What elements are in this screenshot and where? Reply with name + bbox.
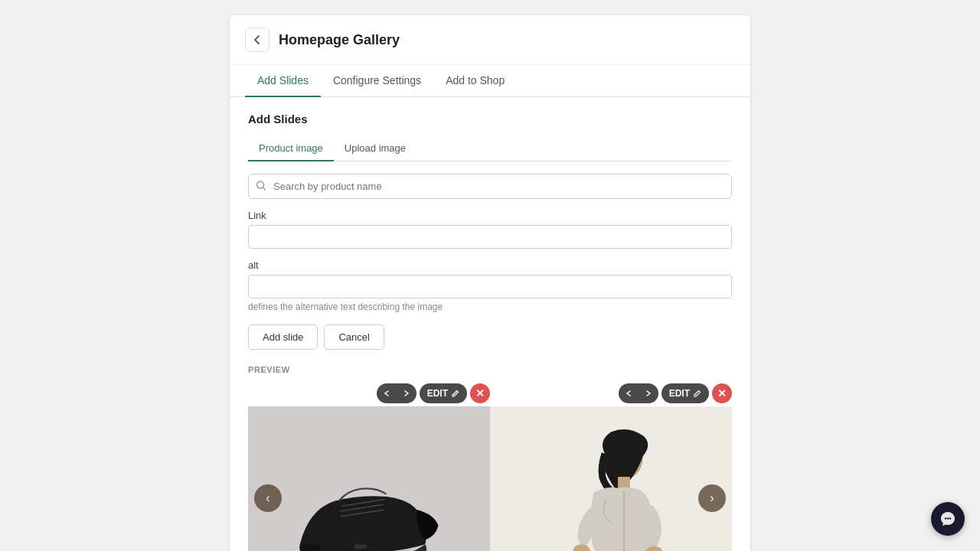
slide-2-nav-group bbox=[619, 383, 658, 403]
search-input[interactable] bbox=[248, 174, 732, 199]
slide-1-edit-button[interactable]: EDIT bbox=[420, 383, 467, 403]
preview-label: PREVIEW bbox=[248, 365, 732, 374]
section-title: Add Slides bbox=[248, 112, 732, 126]
tab-upload-image[interactable]: Upload image bbox=[334, 136, 416, 161]
slide-1-image: diim bbox=[248, 406, 490, 551]
svg-text:diim: diim bbox=[354, 543, 367, 550]
form-buttons: Add slide Cancel bbox=[248, 324, 732, 350]
slide-2-image bbox=[490, 406, 732, 551]
slide-1-controls: EDIT ✕ bbox=[248, 383, 490, 403]
right-arrow-icon: › bbox=[710, 491, 714, 505]
edit-label-2: EDIT bbox=[669, 388, 690, 399]
back-button[interactable] bbox=[245, 28, 270, 52]
alt-input[interactable] bbox=[248, 275, 732, 298]
delete-icon-2: ✕ bbox=[717, 387, 727, 399]
alt-label: alt bbox=[248, 259, 732, 271]
delete-icon: ✕ bbox=[475, 387, 485, 399]
slide-1-prev-button[interactable] bbox=[377, 383, 397, 403]
alt-help-text: defines the alternative text describing … bbox=[248, 302, 732, 312]
edit-label: EDIT bbox=[427, 388, 448, 399]
add-slide-button[interactable]: Add slide bbox=[248, 324, 318, 350]
tab-add-slides[interactable]: Add Slides bbox=[245, 65, 321, 97]
svg-point-7 bbox=[945, 517, 946, 519]
inner-tab-bar: Product image Upload image bbox=[248, 136, 732, 161]
search-icon bbox=[256, 180, 266, 193]
slide-2-next-button[interactable] bbox=[639, 383, 658, 403]
slide-2: EDIT ✕ bbox=[490, 383, 732, 551]
svg-point-8 bbox=[947, 517, 949, 519]
slide-1-nav-group bbox=[377, 383, 416, 403]
top-tab-bar: Add Slides Configure Settings Add to Sho… bbox=[230, 65, 750, 97]
slide-2-controls: EDIT ✕ bbox=[490, 383, 732, 403]
slide-1-next-button[interactable] bbox=[397, 383, 416, 403]
carousel-left-arrow[interactable]: ‹ bbox=[254, 484, 282, 512]
cancel-button[interactable]: Cancel bbox=[324, 324, 384, 350]
slide-1-delete-button[interactable]: ✕ bbox=[470, 383, 490, 403]
tab-configure-settings[interactable]: Configure Settings bbox=[321, 65, 433, 97]
alt-field-group: alt defines the alternative text describ… bbox=[248, 259, 732, 312]
slide-2-prev-button[interactable] bbox=[619, 383, 639, 403]
svg-point-9 bbox=[949, 517, 951, 519]
link-field-group: Link bbox=[248, 210, 732, 259]
link-input[interactable] bbox=[248, 225, 732, 249]
preview-area: EDIT ✕ bbox=[248, 383, 732, 551]
tab-add-to-shop[interactable]: Add to Shop bbox=[433, 65, 517, 97]
link-label: Link bbox=[248, 210, 732, 221]
slide-2-edit-button[interactable]: EDIT bbox=[662, 383, 709, 403]
slide-2-delete-button[interactable]: ✕ bbox=[712, 383, 732, 403]
page-title: Homepage Gallery bbox=[279, 32, 400, 48]
svg-point-5 bbox=[573, 544, 590, 551]
tab-product-image[interactable]: Product image bbox=[248, 136, 334, 161]
search-wrapper bbox=[248, 174, 732, 199]
carousel-right-arrow[interactable]: › bbox=[698, 484, 726, 512]
chat-button[interactable] bbox=[931, 502, 965, 536]
slide-1: EDIT ✕ bbox=[248, 383, 490, 551]
left-arrow-icon: ‹ bbox=[266, 491, 270, 505]
